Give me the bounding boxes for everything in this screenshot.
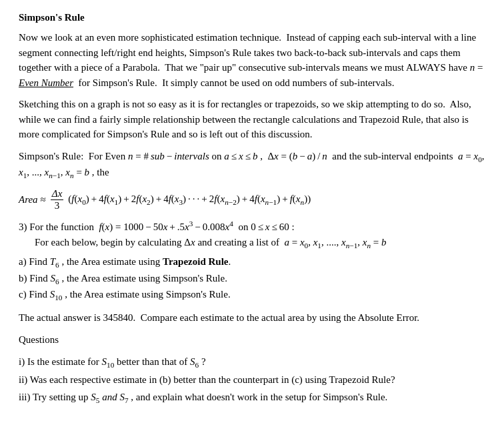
fraction-deltax-3: Δx 3: [51, 188, 63, 211]
area-formula-block: Area ≈ Δx 3 (f(x0) + 4f(x1) + 2f(x2) + 4…: [19, 188, 485, 211]
question-3: iii) Try setting up S5 and S7 , and expl…: [19, 389, 485, 407]
problem3-sub: For each below, begin by calculating Δx …: [35, 235, 485, 252]
part-a: a) Find T6 , the Area estimate using Tra…: [19, 254, 485, 271]
actual-answer: The actual answer is 345840. Compare eac…: [19, 310, 485, 326]
questions-label: Questions: [19, 332, 485, 348]
rule-definition: Simpson's Rule: For Even n = # sub − int…: [19, 149, 485, 182]
section-title: Simpson's Rule: [19, 12, 485, 23]
paragraph-intro: Now we look at an even more sophisticate…: [19, 30, 485, 90]
page-container: Simpson's Rule Now we look at an even mo…: [19, 12, 485, 407]
paragraph-graph-note: Sketching this on a graph is not so easy…: [19, 97, 485, 142]
problem3-block: 3) For the function f(x) = 1000 − 50x + …: [19, 218, 485, 304]
part-b: b) Find S6 , the Area estimate using Sim…: [19, 271, 485, 288]
questions-section: Questions i) Is the estimate for S10 bet…: [19, 332, 485, 407]
question-1: i) Is the estimate for S10 better than t…: [19, 354, 485, 372]
part-c: c) Find S10 , the Area estimate using Si…: [19, 287, 485, 304]
question-2: ii) Was each respective estimate in (b) …: [19, 372, 485, 389]
problem3-intro: 3) For the function f(x) = 1000 − 50x + …: [19, 218, 485, 235]
